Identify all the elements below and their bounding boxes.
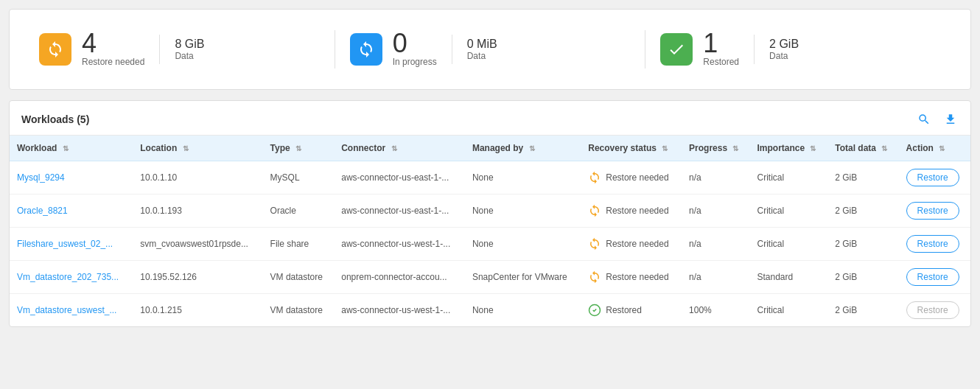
cell-importance: Critical	[749, 194, 827, 228]
download-icon	[944, 113, 957, 126]
cell-action: Restore	[899, 161, 970, 194]
cell-connector: aws-connector-us-east-1-...	[334, 194, 465, 228]
table-row: Vm_datastore_202_735...10.195.52.126VM d…	[10, 261, 970, 294]
cell-total-data: 2 GiB	[827, 261, 898, 294]
cell-type: VM datastore	[263, 261, 335, 294]
cell-recovery-status: Restore needed	[581, 261, 682, 294]
restore-needed-count: 4	[82, 30, 97, 57]
cell-progress: n/a	[682, 261, 749, 294]
col-location[interactable]: Location ⇅	[133, 136, 262, 161]
restore-needed-status-icon	[588, 237, 601, 250]
sort-icon-workload: ⇅	[63, 144, 69, 153]
cell-location: 10.195.52.126	[133, 261, 262, 294]
restore-needed-status-icon	[588, 270, 601, 284]
recovery-status-text: Restore needed	[606, 272, 668, 282]
col-action[interactable]: Action ⇅	[899, 136, 970, 161]
sort-icon-action: ⇅	[939, 144, 945, 153]
cell-progress: n/a	[682, 161, 749, 194]
cell-location: svm_cvoawswest01rpsde...	[133, 228, 262, 261]
stat-divider-2	[452, 35, 452, 64]
workload-link[interactable]: Vm_datastore_202_735...	[17, 272, 119, 282]
cell-connector: aws-connector-us-east-1-...	[334, 161, 465, 194]
search-button[interactable]	[916, 111, 932, 127]
col-importance[interactable]: Importance ⇅	[749, 136, 827, 161]
col-recovery-status[interactable]: Recovery status ⇅	[581, 136, 682, 161]
in-progress-count: 0	[393, 30, 407, 57]
cell-total-data: 2 GiB	[827, 294, 898, 327]
cell-location: 10.0.1.193	[133, 194, 262, 228]
cell-action: Restore	[899, 194, 970, 228]
cell-type: Oracle	[263, 194, 335, 228]
cell-importance: Standard	[749, 261, 827, 294]
stats-panel: 4 Restore needed 8 GiB Data 0 In prog	[9, 9, 971, 90]
cell-recovery-status: Restore needed	[581, 161, 682, 194]
col-connector[interactable]: Connector ⇅	[334, 136, 465, 161]
search-icon	[917, 113, 931, 126]
workload-link[interactable]: Fileshare_uswest_02_...	[17, 239, 113, 249]
sort-icon-total-data: ⇅	[881, 144, 887, 153]
cell-location: 10.0.1.10	[133, 161, 262, 194]
in-progress-data-label: Data	[467, 51, 486, 61]
cell-workload: Vm_datastore_202_735...	[10, 261, 133, 294]
cell-recovery-status: Restore needed	[581, 228, 682, 261]
cell-type: VM datastore	[263, 294, 335, 327]
sort-icon-recovery-status: ⇅	[662, 144, 668, 153]
workload-link[interactable]: Vm_datastore_uswest_...	[17, 305, 116, 315]
restore-needed-secondary: 8 GiB Data	[175, 38, 204, 61]
restore-button[interactable]: Restore	[906, 169, 959, 186]
restore-needed-label: Restore needed	[82, 57, 144, 69]
cell-managed-by: None	[465, 194, 581, 228]
cell-connector: onprem-connector-accou...	[334, 261, 465, 294]
cell-total-data: 2 GiB	[827, 194, 898, 228]
restored-secondary: 2 GiB Data	[769, 38, 799, 61]
cell-workload: Fileshare_uswest_02_...	[10, 228, 133, 261]
col-workload[interactable]: Workload ⇅	[10, 136, 133, 161]
table-row: Fileshare_uswest_02_...svm_cvoawswest01r…	[10, 228, 970, 261]
cell-connector: aws-connector-us-west-1-...	[334, 228, 465, 261]
restore-button[interactable]: Restore	[906, 268, 959, 286]
table-header-row: Workload ⇅ Location ⇅ Type ⇅ Connector ⇅…	[10, 136, 970, 161]
sort-icon-connector: ⇅	[391, 144, 397, 153]
col-type[interactable]: Type ⇅	[263, 136, 335, 161]
cell-recovery-status: Restore needed	[581, 194, 682, 228]
stat-in-progress: 0 In progress 0 MiB Data	[335, 30, 646, 69]
cell-type: MySQL	[263, 161, 335, 194]
cell-action: Restore	[899, 228, 970, 261]
recovery-status-text: Restore needed	[606, 206, 668, 216]
cell-managed-by: None	[465, 294, 581, 327]
workload-link[interactable]: Oracle_8821	[17, 206, 68, 216]
table-row: Oracle_882110.0.1.193Oracleaws-connector…	[10, 194, 970, 228]
restore-button[interactable]: Restore	[906, 202, 959, 220]
stat-divider-1	[159, 35, 160, 64]
cell-importance: Critical	[749, 161, 827, 194]
sort-icon-location: ⇅	[183, 144, 189, 153]
cell-recovery-status: Restored	[581, 294, 682, 327]
col-progress[interactable]: Progress ⇅	[682, 136, 749, 161]
restore-needed-data-value: 8 GiB	[175, 38, 204, 51]
restore-button[interactable]: Restore	[906, 235, 959, 253]
restore-needed-data-label: Data	[175, 51, 193, 61]
cell-type: File share	[263, 228, 335, 261]
restored-icon	[660, 33, 693, 66]
restored-label: Restored	[703, 57, 739, 69]
cell-action: Restore	[899, 294, 970, 327]
workload-link[interactable]: Mysql_9294	[17, 172, 65, 183]
cell-workload: Mysql_9294	[10, 161, 133, 194]
col-managed-by[interactable]: Managed by ⇅	[465, 136, 581, 161]
workloads-section: Workloads (5) Workload ⇅ Location	[9, 100, 971, 327]
restored-data-value: 2 GiB	[769, 38, 799, 51]
sort-icon-type: ⇅	[295, 144, 301, 153]
restore-button: Restore	[906, 301, 959, 319]
cell-workload: Vm_datastore_uswest_...	[10, 294, 133, 327]
stat-restored: 1 Restored 2 GiB Data	[645, 30, 956, 69]
cell-managed-by: SnapCenter for VMware	[465, 261, 581, 294]
header-actions	[916, 111, 959, 127]
cell-importance: Critical	[749, 228, 827, 261]
cell-progress: n/a	[682, 228, 749, 261]
restore-needed-icon	[39, 33, 71, 66]
cell-connector: aws-connector-us-west-1-...	[334, 294, 465, 327]
sort-icon-progress: ⇅	[732, 144, 738, 153]
stat-divider-3	[754, 35, 755, 64]
col-total-data[interactable]: Total data ⇅	[827, 136, 898, 161]
download-button[interactable]	[942, 111, 959, 127]
